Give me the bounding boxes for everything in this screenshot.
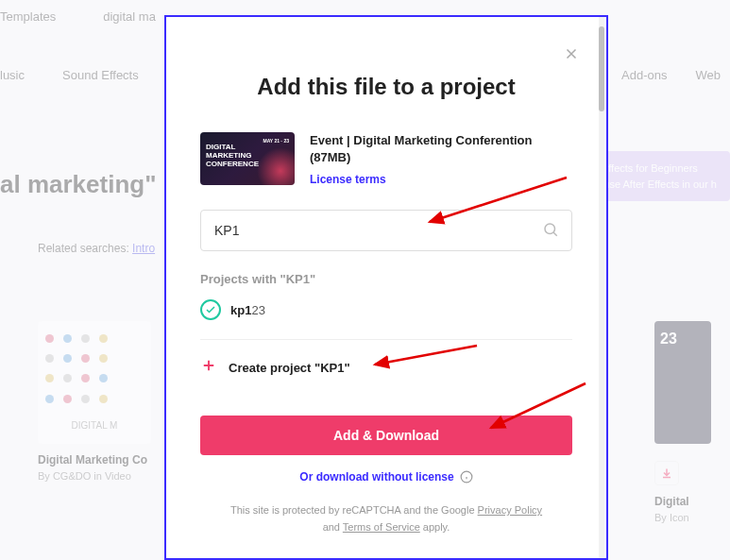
- thumb-label: DIGITAL M: [45, 420, 144, 431]
- project-name: kp123: [230, 303, 265, 317]
- related-label: Related searches:: [38, 242, 129, 255]
- card-subtitle: By CG&DO in Video: [38, 470, 170, 482]
- thumbnail-text: DIGITAL MARKETING CONFERENCE: [206, 144, 259, 168]
- card-title: Digital: [654, 495, 730, 508]
- card-title: Digital Marketing Co: [38, 453, 170, 467]
- add-download-button[interactable]: Add & Download: [200, 416, 572, 455]
- file-name: Event | Digital Marketing Conferention (…: [310, 132, 572, 165]
- file-thumbnail: DIGITAL MARKETING CONFERENCE MAY 21 - 23: [200, 132, 295, 185]
- privacy-policy-link[interactable]: Privacy Policy: [478, 504, 542, 516]
- related-link: Intro: [132, 242, 155, 255]
- bg-nav-secondary: lusic Sound Effects: [0, 68, 139, 82]
- recaptcha-notice: This site is protected by reCAPTCHA and …: [200, 502, 572, 535]
- nav-item: Web: [696, 68, 722, 82]
- nav-item: Sound Effects: [62, 68, 139, 82]
- close-icon: [563, 45, 580, 62]
- nav-item: lusic: [0, 68, 25, 82]
- result-card: DIGITAL M Digital Marketing Co By CG&DO …: [38, 321, 170, 482]
- page-heading: al marketing": [0, 170, 157, 199]
- card-thumbnail: 23: [654, 321, 711, 444]
- result-card: 23 Digital By Icon: [654, 321, 730, 523]
- plus-icon: [200, 357, 217, 378]
- add-to-project-modal: Add this file to a project DIGITAL MARKE…: [164, 15, 608, 560]
- info-icon: [460, 470, 473, 484]
- thumb-number: 23: [660, 331, 677, 347]
- scrollbar-thumb[interactable]: [599, 26, 604, 111]
- close-button[interactable]: [563, 45, 580, 66]
- banner-line: r Effects for Beginners: [595, 161, 717, 177]
- project-search-input[interactable]: [200, 210, 572, 251]
- related-searches: Related searches: Intro: [38, 242, 155, 255]
- card-thumbnail: DIGITAL M: [38, 321, 151, 444]
- nav-item: Add-ons: [621, 68, 667, 82]
- create-project-row[interactable]: Create project "KP1": [200, 357, 572, 378]
- license-terms-link[interactable]: License terms: [310, 173, 386, 186]
- card-subtitle: By Icon: [654, 512, 730, 523]
- nav-item: Templates: [0, 9, 56, 24]
- create-project-label: Create project "KP1": [229, 361, 350, 375]
- nav-item: digital ma: [103, 9, 156, 24]
- thumbnail-date: MAY 21 - 23: [263, 138, 289, 144]
- bg-nav-top: Templates digital ma: [0, 9, 156, 24]
- project-search: [200, 210, 572, 251]
- svg-point-0: [545, 224, 555, 234]
- project-item[interactable]: kp123: [200, 299, 572, 320]
- download-icon: [654, 461, 679, 485]
- file-summary: DIGITAL MARKETING CONFERENCE MAY 21 - 23…: [200, 132, 572, 187]
- alt-download-text: Or download without license: [299, 470, 453, 484]
- check-icon: [200, 299, 221, 320]
- search-icon: [542, 221, 559, 242]
- terms-of-service-link[interactable]: Terms of Service: [343, 521, 420, 533]
- bg-nav-right: Add-ons Web: [621, 68, 721, 82]
- download-without-license-link[interactable]: Or download without license: [200, 470, 572, 484]
- modal-title: Add this file to a project: [200, 74, 572, 100]
- projects-with-label: Projects with "KP1": [200, 272, 572, 286]
- banner-line: o use After Effects in our h: [595, 177, 717, 193]
- divider: [200, 339, 572, 340]
